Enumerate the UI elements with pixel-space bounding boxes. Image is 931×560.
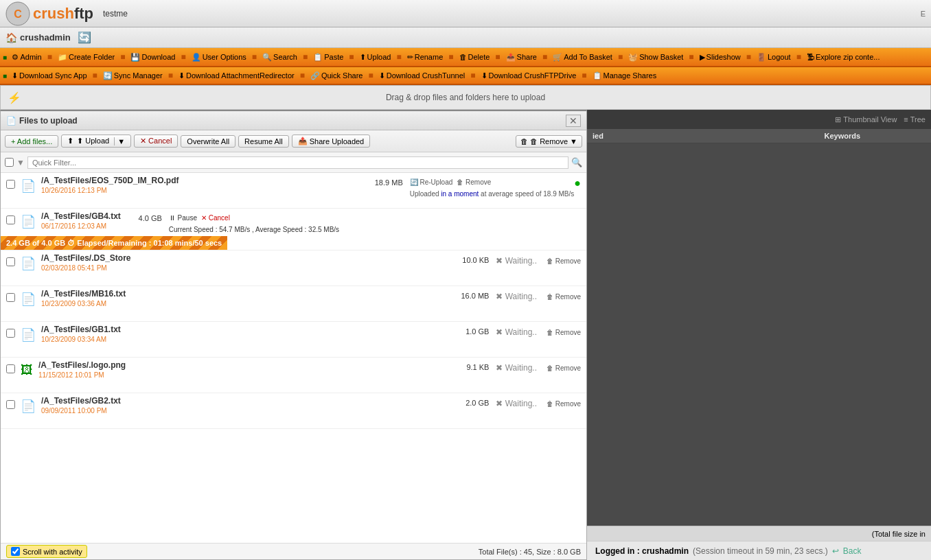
tree-view-button[interactable]: ≡ Tree	[904, 115, 926, 124]
re-upload-button[interactable]: 🔄 Re-Upload	[410, 178, 453, 186]
download-button[interactable]: 💾 Download	[127, 51, 179, 63]
share-uploaded-button[interactable]: 📤 Share Uploaded	[292, 135, 371, 148]
scroll-with-activity-checkbox[interactable]	[11, 547, 20, 556]
remove-file-button[interactable]: 🗑 Remove	[547, 257, 581, 265]
file-info: /A_TestFiles/GB2.txt 09/09/2011 10:00 PM	[41, 396, 448, 415]
upload-drop-icon: ⚡	[8, 91, 21, 104]
file-checkbox[interactable]	[6, 400, 15, 409]
quick-share-button[interactable]: 🔗 Quick Share	[307, 70, 367, 82]
file-date: 09/09/2011 10:00 PM	[41, 407, 448, 415]
file-size: 9.1 KB	[448, 363, 496, 371]
logo-icon: C	[5, 1, 30, 26]
table-row: 📄 /A_TestFiles/GB1.txt 10/23/2009 03:34 …	[1, 322, 586, 358]
svg-text:C: C	[14, 8, 22, 20]
show-basket-button[interactable]: 🧺 Show Basket	[625, 51, 687, 63]
remove-file-button[interactable]: 🗑 Remove	[547, 293, 581, 301]
remove-file-button[interactable]: 🗑 Remove	[547, 364, 581, 372]
upload-complete-indicator: ●	[574, 177, 581, 189]
sync-manager-button[interactable]: 🔄 Sync Manager	[100, 70, 166, 82]
logo-text: crushftp	[33, 5, 93, 23]
upload-panel: 📄 Files to upload ✕ + Add files... ⬆ ⬆ U…	[0, 110, 587, 560]
select-all-checkbox[interactable]	[5, 158, 14, 167]
upload-dropdown-arrow[interactable]: ▼	[114, 137, 125, 145]
overwrite-all-button[interactable]: Overwrite All	[181, 135, 235, 148]
file-checkbox[interactable]	[6, 180, 15, 189]
download-attachment-button[interactable]: ⬇ Download AttachmentRedirector	[175, 70, 298, 82]
thumbnail-view-button[interactable]: ⊞ Thumbnail View	[835, 115, 897, 124]
waiting-indicator: ✖ Waiting..	[496, 399, 537, 408]
file-list: 📄 /A_TestFiles/EOS_750D_IM_RO.pdf 10/26/…	[1, 173, 586, 543]
right-columns: ied Keywords	[587, 129, 931, 143]
tree-icon: ≡	[904, 115, 908, 124]
file-checkbox[interactable]	[6, 364, 15, 373]
remove-file-button[interactable]: 🗑 Remove	[547, 329, 581, 336]
user-options-button[interactable]: 👤 User Options	[188, 51, 250, 63]
filter-input[interactable]	[27, 156, 568, 169]
file-date: 10/23/2009 03:36 AM	[41, 300, 448, 307]
remove-dropdown-arrow: ▼	[570, 137, 577, 145]
upload-panel-close-button[interactable]: ✕	[566, 115, 581, 127]
download-sync-button[interactable]: ⬇ Download Sync App	[8, 70, 90, 82]
download-drive-button[interactable]: ⬇ Download CrushFTPDrive	[478, 70, 580, 82]
file-checkbox[interactable]	[6, 293, 15, 302]
file-date: 02/03/2018 05:41 PM	[41, 264, 448, 272]
file-info: /A_TestFiles/GB1.txt 10/23/2009 03:34 AM	[41, 325, 448, 343]
search-button[interactable]: 🔍 Search	[259, 51, 301, 63]
file-checkbox[interactable]	[6, 257, 15, 266]
file-name: /A_TestFiles/GB2.txt	[41, 396, 448, 406]
cancel-button[interactable]: ✕ Cancel	[201, 214, 230, 222]
file-checkbox[interactable]	[6, 329, 15, 338]
filter-icon: ▼	[16, 158, 25, 167]
file-actions: ✖ Waiting.. 🗑 Remove	[496, 399, 581, 408]
file-date: 11/15/2012 10:01 PM	[38, 371, 448, 379]
upload-drop-text: Drag & drop files and folders here to up…	[386, 93, 545, 102]
share-button[interactable]: 📤 Share	[503, 51, 540, 63]
table-row: 📄 /A_TestFiles/MB16.txt 10/23/2009 03:36…	[1, 286, 586, 322]
upload-action-button[interactable]: ⬆ ⬆ Upload ▼	[61, 135, 131, 148]
file-actions: ✖ Waiting.. 🗑 Remove	[496, 363, 581, 373]
breadcrumb-home[interactable]: crushadmin	[20, 32, 71, 43]
file-icon-img: 🖼	[21, 363, 33, 377]
share-icon: 📤	[298, 137, 308, 145]
panel-doc-icon: 📄	[6, 116, 16, 126]
table-row: 📄 /A_TestFiles/EOS_750D_IM_RO.pdf 10/26/…	[1, 173, 586, 209]
file-date: 10/23/2009 03:34 AM	[41, 336, 448, 343]
total-files-info: Total File(s) : 45, Size : 8.0 GB	[479, 548, 581, 556]
back-icon: ↩	[832, 546, 839, 556]
remove-file-button[interactable]: 🗑 Remove	[457, 178, 491, 186]
delete-button[interactable]: 🗑 Delete	[456, 51, 494, 62]
upload-button[interactable]: ⬆ Upload	[356, 51, 395, 63]
manage-shares-button[interactable]: 📋 Manage Shares	[589, 70, 660, 82]
upload-panel-title: 📄 Files to upload	[6, 116, 78, 126]
slideshow-button[interactable]: ▶ Slideshow	[696, 51, 744, 63]
waiting-indicator: ✖ Waiting..	[496, 256, 537, 266]
remove-dropdown-button[interactable]: 🗑 🗑 Remove ▼	[516, 135, 582, 148]
top-bar: C crushftp testme E	[0, 0, 931, 27]
login-status-text: Logged in : crushadmin	[595, 546, 689, 556]
paste-button[interactable]: 📋 Paste	[310, 51, 347, 63]
file-size: 4.0 GB	[121, 214, 169, 222]
filter-bar: ▼ 🔍	[1, 152, 586, 173]
rename-button[interactable]: ✏ Rename	[404, 51, 447, 63]
logout-button[interactable]: 🚪 Logout	[753, 51, 794, 63]
filter-search-button[interactable]: 🔍	[571, 157, 582, 167]
file-icon-txt: 📄	[21, 256, 36, 271]
explore-zip-button[interactable]: 🗜 Explore zip conte...	[803, 51, 884, 62]
upload-drop-area[interactable]: ⚡ Drag & drop files and folders here to …	[0, 85, 931, 110]
back-button[interactable]: Back	[843, 546, 862, 556]
add-to-basket-button[interactable]: 🛒 Add To Basket	[549, 51, 616, 63]
add-files-button[interactable]: + Add files...	[5, 135, 58, 148]
pause-button[interactable]: ⏸ Pause	[169, 214, 197, 222]
upload-status: Uploaded in a moment at average speed of…	[410, 190, 575, 198]
remove-file-button[interactable]: 🗑 Remove	[547, 400, 581, 408]
file-actions: ⏸ Pause ✕ Cancel Current Speed : 54.7 MB…	[169, 214, 339, 233]
create-folder-button[interactable]: 📁 Create Folder	[54, 51, 118, 63]
refresh-icon[interactable]: 🔄	[78, 31, 91, 44]
admin-button[interactable]: ⚙ Admin	[8, 51, 45, 63]
file-info: /A_TestFiles/MB16.txt 10/23/2009 03:36 A…	[41, 289, 448, 307]
cancel-all-button[interactable]: ✕ Cancel	[134, 135, 178, 148]
download-tunnel-button[interactable]: ⬇ Download CrushTunnel	[376, 70, 469, 82]
resume-all-button[interactable]: Resume All	[238, 135, 289, 148]
file-checkbox[interactable]	[6, 215, 15, 224]
file-icon-txt: 📄	[21, 214, 36, 229]
